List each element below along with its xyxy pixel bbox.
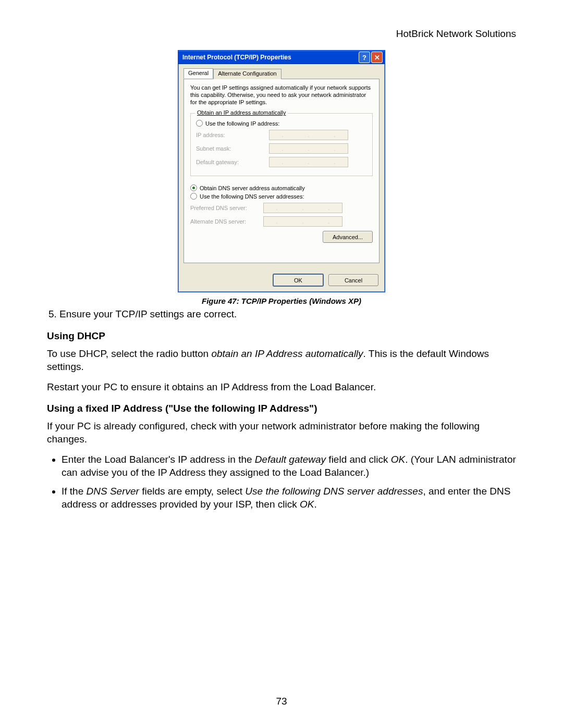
input-ip-address[interactable]: ... <box>269 130 348 140</box>
radio-use-following-dns[interactable] <box>190 193 197 200</box>
window-title: Internet Protocol (TCP/IP) Properties <box>182 54 358 61</box>
bullet-dns-server: If the DNS Server fields are empty, sele… <box>62 485 516 511</box>
tab-strip: General Alternate Configuration <box>183 68 380 79</box>
tab-alternate-configuration[interactable]: Alternate Configuration <box>213 69 282 79</box>
dhcp-paragraph-1: To use DHCP, select the radio button obt… <box>47 347 516 373</box>
label-preferred-dns: Preferred DNS server: <box>190 205 263 211</box>
page-number: 73 <box>0 696 563 707</box>
label-use-following-ip: Use the following IP address: <box>205 120 279 127</box>
fixed-ip-bullets: Enter the Load Balancer's IP address in … <box>47 453 516 510</box>
titlebar: Internet Protocol (TCP/IP) Properties ? … <box>178 51 385 64</box>
input-default-gateway[interactable]: ... <box>269 157 348 167</box>
dns-settings-group: Obtain DNS server address automatically … <box>190 184 373 227</box>
label-ip-address: IP address: <box>196 132 269 138</box>
input-subnet-mask[interactable]: ... <box>269 143 348 154</box>
advanced-button[interactable]: Advanced... <box>323 231 373 243</box>
heading-using-fixed-ip: Using a fixed IP Address ("Use the follo… <box>47 403 516 414</box>
tab-general[interactable]: General <box>183 68 213 79</box>
fixed-ip-paragraph: If your PC is already configured, check … <box>47 419 516 446</box>
heading-using-dhcp: Using DHCP <box>47 330 516 342</box>
label-obtain-dns-auto: Obtain DNS server address automatically <box>200 185 305 191</box>
bullet-default-gateway: Enter the Load Balancer's IP address in … <box>62 453 516 479</box>
ip-settings-group: Obtain an IP address automatically Use t… <box>190 113 373 176</box>
label-use-following-dns: Use the following DNS server addresses: <box>200 193 304 200</box>
tcpip-properties-dialog: Internet Protocol (TCP/IP) Properties ? … <box>178 50 385 292</box>
label-obtain-ip-auto: Obtain an IP address automatically <box>197 109 286 116</box>
label-default-gateway: Default gateway: <box>196 159 269 165</box>
close-button[interactable]: ✕ <box>371 52 383 63</box>
intro-text: You can get IP settings assigned automat… <box>190 84 373 106</box>
figure-caption: Figure 47: TCP/IP Properties (Windows XP… <box>47 297 516 305</box>
label-subnet-mask: Subnet mask: <box>196 145 269 152</box>
input-alternate-dns[interactable]: ... <box>263 216 342 227</box>
figure-wrapper: Internet Protocol (TCP/IP) Properties ? … <box>47 50 516 305</box>
cancel-button[interactable]: Cancel <box>328 274 378 286</box>
label-alternate-dns: Alternate DNS server: <box>190 218 263 225</box>
step-list: Ensure your TCP/IP settings are correct. <box>47 309 516 320</box>
radio-use-following-ip[interactable] <box>196 120 203 127</box>
radio-obtain-dns-auto[interactable] <box>190 184 197 191</box>
page-header: HotBrick Network Solutions <box>47 28 516 40</box>
input-preferred-dns[interactable]: ... <box>263 203 342 213</box>
ok-button[interactable]: OK <box>273 274 324 287</box>
help-button[interactable]: ? <box>359 52 370 63</box>
dhcp-paragraph-2: Restart your PC to ensure it obtains an … <box>47 380 516 393</box>
step-5: Ensure your TCP/IP settings are correct. <box>59 309 516 320</box>
